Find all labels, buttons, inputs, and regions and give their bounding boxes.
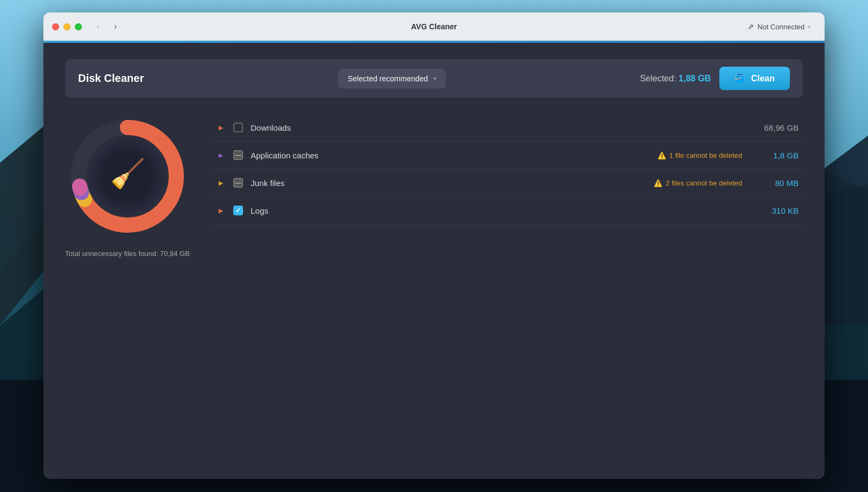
page-title: Disk Cleaner [78,72,144,85]
file-name: Application caches [251,151,650,160]
titlebar: ‹ › AVG Cleaner ⇗ Not Connected ▾ [43,12,825,41]
broom-icon: 🪣 [735,73,745,84]
total-files-text: Total unnecessary files found: 70,84 GB [65,250,190,258]
body-layout: 🧹 Total unnecessary files found: 70,84 G… [65,114,803,258]
selected-info: Selected: 1,88 GB 🪣 Clean [640,67,790,90]
chevron-down-icon: ▾ [808,24,810,30]
expand-arrow-icon: ▶ [216,178,226,188]
list-item[interactable]: ▶ Application caches ⚠️ 1 file cannot be… [212,142,803,169]
logs-checkbox[interactable] [233,206,243,215]
traffic-lights [52,23,82,30]
file-size: 68,96 GB [750,123,799,132]
warning-icon: ⚠️ [658,151,666,159]
file-size: 1,8 GB [750,151,799,160]
selected-size: 1,88 GB [679,74,711,83]
warning-text: ⚠️ 2 files cannot be deleted [654,179,742,187]
donut-svg: 🧹 [65,114,190,239]
minimize-button[interactable] [63,23,71,30]
chart-area: 🧹 Total unnecessary files found: 70,84 G… [65,114,190,258]
clean-button[interactable]: 🪣 Clean [719,67,790,90]
clean-button-label: Clean [751,74,775,84]
header-bar: Disk Cleaner Selected recommended ▾ Sele… [65,59,803,98]
warning-icon: ⚠️ [654,179,662,187]
dropdown-chevron-icon: ▾ [433,75,436,81]
selected-label: Selected: 1,88 GB [640,74,711,84]
close-button[interactable] [52,23,59,30]
broom-center-icon: 🧹 [110,157,145,190]
expand-arrow-icon: ▶ [216,123,226,132]
expand-arrow-icon: ▶ [216,206,226,215]
list-item[interactable]: ▶ Logs 310 KB [212,197,803,225]
donut-chart: 🧹 [65,114,190,239]
app-caches-checkbox[interactable] [233,150,243,160]
main-content: Disk Cleaner Selected recommended ▾ Sele… [43,43,825,479]
filter-dropdown[interactable]: Selected recommended ▾ [338,69,446,88]
downloads-checkbox[interactable] [233,123,243,132]
warning-text: ⚠️ 1 file cannot be deleted [658,151,742,159]
back-button[interactable]: ‹ [91,21,106,33]
window-title: AVG Cleaner [411,22,457,31]
maximize-button[interactable] [75,23,82,30]
list-item[interactable]: ▶ Junk files ⚠️ 2 files cannot be delete… [212,169,803,197]
file-size: 80 MB [750,178,799,188]
connection-status-label: Not Connected [757,23,805,31]
file-name: Junk files [251,178,646,188]
file-size: 310 KB [750,206,799,215]
file-name: Downloads [251,123,742,132]
filter-dropdown-label: Selected recommended [348,74,428,83]
forward-button[interactable]: › [108,21,123,33]
connection-icon: ⇗ [748,22,754,31]
list-item[interactable]: ▶ Downloads 68,96 GB [212,114,803,142]
nav-buttons: ‹ › [91,21,123,33]
connection-status-button[interactable]: ⇗ Not Connected ▾ [742,20,816,33]
junk-files-checkbox[interactable] [233,178,243,188]
file-list: ▶ Downloads 68,96 GB ▶ Application cache… [212,114,803,225]
file-name: Logs [251,206,742,215]
expand-arrow-icon: ▶ [216,150,226,160]
